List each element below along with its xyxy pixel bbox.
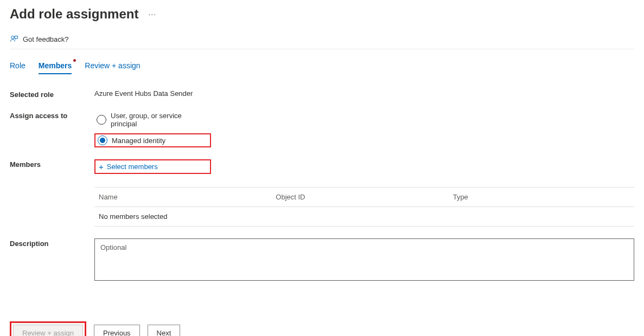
footer-bar: Review + assign Previous Next xyxy=(10,321,634,336)
svg-point-0 xyxy=(11,36,14,38)
tabs: Role Members Review + assign xyxy=(10,49,634,74)
review-assign-button[interactable]: Review + assign xyxy=(13,325,83,336)
selected-role-value: Azure Event Hubs Data Sender xyxy=(94,89,634,98)
feedback-label: Got feedback? xyxy=(23,35,69,43)
members-label: Members xyxy=(10,159,94,169)
radio-user-group[interactable]: User, group, or service principal xyxy=(94,111,211,129)
radio-managed-identity[interactable]: Managed identity xyxy=(94,133,211,147)
review-assign-highlight: Review + assign xyxy=(10,321,86,336)
col-object-id: Object ID xyxy=(276,193,452,201)
assign-access-radio-group: User, group, or service principal Manage… xyxy=(94,111,634,147)
col-name: Name xyxy=(99,193,276,201)
previous-button[interactable]: Previous xyxy=(94,325,140,336)
attention-dot-icon xyxy=(73,59,76,62)
tab-review-assign[interactable]: Review + assign xyxy=(85,61,140,74)
radio-user-group-label: User, group, or service principal xyxy=(111,112,209,128)
feedback-icon xyxy=(10,35,18,43)
select-members-button[interactable]: + Select members xyxy=(94,159,211,174)
tab-members[interactable]: Members xyxy=(39,61,72,74)
tab-role[interactable]: Role xyxy=(10,61,25,74)
next-button[interactable]: Next xyxy=(148,325,181,336)
description-label: Description xyxy=(10,238,94,248)
plus-icon: + xyxy=(99,163,104,171)
tab-members-label: Members xyxy=(39,61,72,70)
assign-access-label: Assign access to xyxy=(10,111,94,120)
table-empty-text: No members selected xyxy=(99,212,630,221)
select-members-label: Select members xyxy=(107,163,158,171)
radio-checked-icon xyxy=(98,135,107,145)
members-table: Name Object ID Type No members selected xyxy=(94,187,634,227)
selected-role-label: Selected role xyxy=(10,89,94,99)
description-input[interactable] xyxy=(94,238,634,281)
col-type: Type xyxy=(453,193,630,201)
radio-managed-identity-label: Managed identity xyxy=(112,137,165,145)
page-title: Add role assignment xyxy=(10,7,138,22)
table-row: No members selected xyxy=(94,207,634,227)
more-actions-icon[interactable]: ··· xyxy=(148,10,156,18)
feedback-link[interactable]: Got feedback? xyxy=(10,35,634,49)
radio-unchecked-icon xyxy=(97,115,106,125)
